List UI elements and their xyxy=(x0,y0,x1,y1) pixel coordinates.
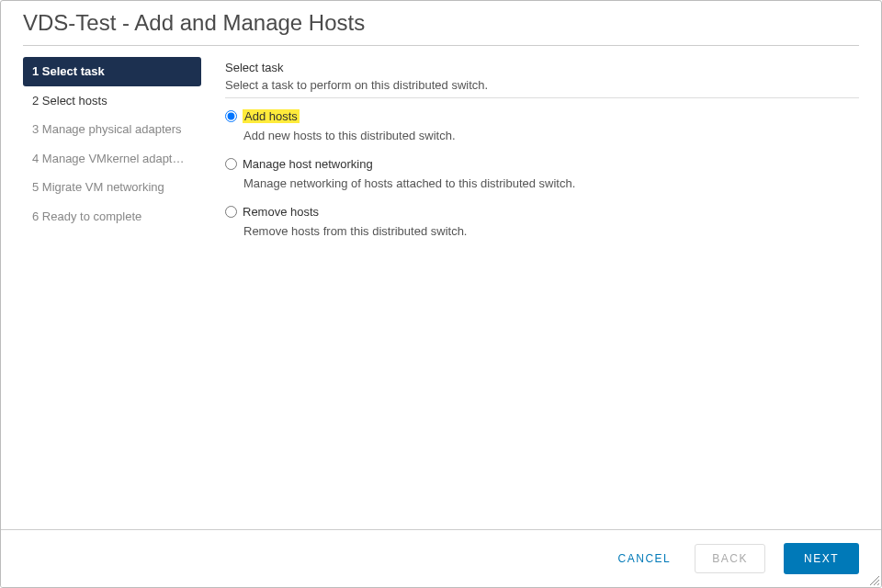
step-2-select-hosts[interactable]: 2 Select hosts xyxy=(23,86,201,116)
task-options: Add hosts Add new hosts to this distribu… xyxy=(225,109,859,238)
option-manage-host-networking[interactable]: Manage host networking Manage networking… xyxy=(225,157,859,190)
dialog-footer: CANCEL BACK NEXT xyxy=(1,529,881,587)
step-3-manage-physical-adapters: 3 Manage physical adapters xyxy=(23,115,201,144)
main-subheading: Select a task to perform on this distrib… xyxy=(225,78,859,92)
main-panel: Select task Select a task to perform on … xyxy=(216,57,859,253)
step-5-migrate-vm-networking: 5 Migrate VM networking xyxy=(23,173,201,202)
option-manage-host-networking-desc: Manage networking of hosts attached to t… xyxy=(243,176,859,190)
option-add-hosts-label: Add hosts xyxy=(243,109,300,123)
option-manage-host-networking-row[interactable]: Manage host networking xyxy=(225,157,859,171)
step-6-ready-to-complete: 6 Ready to complete xyxy=(23,202,201,232)
resize-handle-icon[interactable] xyxy=(868,574,879,585)
back-button: BACK xyxy=(695,544,765,573)
option-add-hosts-row[interactable]: Add hosts xyxy=(225,109,859,123)
option-remove-hosts-row[interactable]: Remove hosts xyxy=(225,205,859,219)
svg-line-2 xyxy=(877,583,879,585)
cancel-button[interactable]: CANCEL xyxy=(613,545,677,572)
radio-add-hosts[interactable] xyxy=(225,110,237,122)
radio-manage-host-networking[interactable] xyxy=(225,158,237,170)
option-manage-host-networking-label: Manage host networking xyxy=(243,157,373,171)
dialog-content: 1 Select task 2 Select hosts 3 Manage ph… xyxy=(1,46,881,253)
option-remove-hosts[interactable]: Remove hosts Remove hosts from this dist… xyxy=(225,205,859,238)
option-remove-hosts-label: Remove hosts xyxy=(243,205,319,219)
option-add-hosts-desc: Add new hosts to this distributed switch… xyxy=(243,129,859,142)
step-4-manage-vmkernel-adapters: 4 Manage VMkernel adapt… xyxy=(23,144,201,174)
wizard-steps: 1 Select task 2 Select hosts 3 Manage ph… xyxy=(23,57,216,253)
option-add-hosts[interactable]: Add hosts Add new hosts to this distribu… xyxy=(225,109,859,142)
wizard-dialog: VDS-Test - Add and Manage Hosts 1 Select… xyxy=(0,0,882,588)
main-heading: Select task xyxy=(225,61,859,74)
radio-remove-hosts[interactable] xyxy=(225,206,237,218)
dialog-title: VDS-Test - Add and Manage Hosts xyxy=(1,1,881,45)
option-remove-hosts-desc: Remove hosts from this distributed switc… xyxy=(243,224,859,238)
next-button[interactable]: NEXT xyxy=(784,543,859,574)
main-divider xyxy=(225,97,859,98)
step-1-select-task[interactable]: 1 Select task xyxy=(23,57,201,86)
